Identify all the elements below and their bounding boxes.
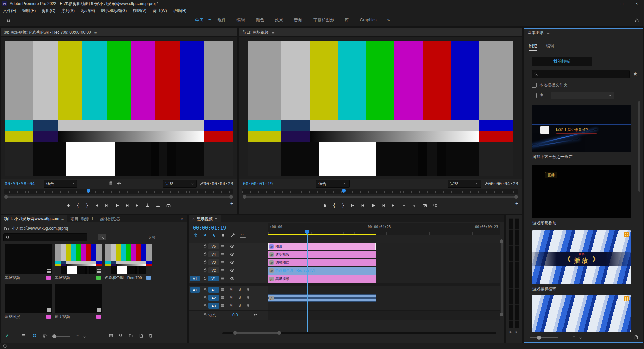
comparison-view-icon[interactable] [433,203,438,208]
goto-out-icon[interactable] [135,203,140,208]
source-quality-select[interactable]: 完整 [163,180,197,188]
timeline-timecode[interactable]: 00:00:01:19 [193,225,226,231]
minimize-button[interactable]: – [600,0,614,7]
menu-graphics[interactable]: 图形和标题(G) [98,8,130,14]
lift-icon[interactable] [401,203,406,208]
step-back-icon[interactable] [361,203,365,208]
template-thumb-partial[interactable] [532,295,631,332]
project-item[interactable]: 透明视频 [55,284,102,319]
mix-value[interactable]: 0.0 [232,313,238,317]
track-header-a2[interactable]: A2 M S [189,294,268,303]
thumbnail-zoom-slider[interactable] [52,336,70,337]
lock-icon[interactable] [203,303,207,308]
keyframe-bowtie-icon[interactable] [253,312,258,317]
timeline-hscrollbar-thumb[interactable] [235,332,280,334]
scroll-knob[interactable] [277,331,281,335]
clip-adjustment-layer[interactable]: fx 调整图层 [268,259,376,266]
menu-file[interactable]: 文件(F) [0,8,19,14]
solo-button[interactable]: S [237,287,243,291]
panel-menu-icon[interactable]: ≡ [94,30,97,35]
zoom-handle-right[interactable] [229,195,233,199]
lock-icon[interactable] [203,287,207,292]
mute-button[interactable]: M [228,303,234,307]
workspace-tab-captions[interactable]: 字幕和图形 [309,16,338,24]
lock-icon[interactable] [203,244,207,248]
timeline-playhead-line[interactable] [307,234,308,332]
program-timecode[interactable]: 00:00:01:19 [243,181,273,186]
sync-lock-icon[interactable] [220,260,225,264]
panel-menu-icon[interactable]: ≡ [215,217,217,222]
lock-icon[interactable] [203,260,207,264]
breadcrumb[interactable]: 小刀娱乐网www.x6g.com.prproj [1,225,187,232]
source-patch-a1[interactable]: A1 [190,287,200,293]
sync-lock-icon[interactable] [220,303,225,308]
tab-media-browser[interactable]: 媒体浏览器 [97,215,123,222]
menu-clip[interactable]: 剪辑(C) [39,8,58,14]
workspace-tab-editing[interactable]: 编辑 [233,16,249,24]
writable-pencil-icon[interactable] [5,333,9,338]
tab-edit[interactable]: 编辑 [546,43,554,51]
menu-sequence[interactable]: 序列(S) [58,8,78,14]
track-lane[interactable] [268,302,500,311]
template-thumb-logo-loop[interactable]: ❮ 联赛 播放 ❯ [532,230,631,284]
meter-solo-left[interactable]: S [509,330,512,333]
goto-in-icon[interactable] [94,203,99,208]
project-item[interactable]: 色条和色调 - Rec 709 [105,244,152,280]
slider-knob[interactable] [537,336,541,340]
zoom-handle-left[interactable] [4,195,8,199]
library-select[interactable] [551,92,614,99]
project-item[interactable]: 黑场视频 [5,244,52,280]
sync-lock-icon[interactable] [220,287,225,292]
project-thumb-adjustment-layer[interactable] [5,284,52,313]
project-thumb-colorbars[interactable] [105,244,152,274]
project-search-input[interactable] [12,235,85,240]
zoom-handle-left[interactable] [243,195,246,199]
linked-selection-icon[interactable] [212,233,216,238]
step-back-icon[interactable] [104,203,109,208]
project-thumb-transparent-video[interactable] [55,284,102,313]
label-color-swatch[interactable] [96,315,101,319]
checkbox-local-templates[interactable] [532,83,537,88]
clip-transparent-video[interactable]: fx 透明视频 [268,251,376,258]
scroll-knob[interactable] [233,331,237,335]
label-color-swatch[interactable] [146,276,151,280]
extract-icon[interactable] [412,203,417,208]
scroll-knob[interactable] [500,313,503,316]
track-name[interactable]: V2 [208,267,219,273]
eg-list-scrollbar[interactable] [638,101,640,192]
close-button[interactable]: × [629,0,644,7]
goto-out-icon[interactable] [391,203,396,208]
sync-lock-icon[interactable] [220,268,225,272]
tab-project-anime[interactable]: 项目: 动漫_1 [67,215,97,222]
project-item[interactable]: 黑场视频 [55,244,102,280]
menu-window[interactable]: 窗口(W) [149,8,170,14]
tab-browse[interactable]: 浏览 [529,43,537,51]
label-color-swatch[interactable] [96,276,101,280]
workspace-tab-color[interactable]: 颜色 [252,16,268,24]
track-name[interactable]: V3 [208,259,219,265]
source-frame-view-icon[interactable] [109,181,113,185]
icon-view-icon[interactable] [32,333,37,338]
nest-toggle-icon[interactable] [193,233,198,238]
panel-menu-icon[interactable]: ≡ [547,30,550,35]
project-item[interactable]: 调整图层 [5,284,52,319]
checkbox-library[interactable] [532,93,537,98]
program-zoom-scrollbar[interactable] [243,196,518,198]
sync-lock-icon[interactable] [220,295,225,300]
sync-lock-icon[interactable] [220,244,225,248]
menu-markers[interactable]: 标记(M) [78,8,98,14]
maximize-button[interactable]: □ [614,0,629,7]
mic-icon[interactable] [246,303,250,308]
track-lane[interactable] [268,286,500,295]
sort-chevron-icon[interactable] [579,336,582,340]
source-waveform-icon[interactable] [117,181,122,186]
lock-icon[interactable] [203,276,207,280]
lock-icon[interactable] [203,295,207,300]
step-forward-icon[interactable] [125,203,129,208]
source-patch-v1[interactable]: V1 [190,276,200,281]
tab-project-main[interactable]: 项目: 小刀娱乐网www.x6g.com ≡ [1,215,67,222]
lock-icon[interactable] [203,268,207,272]
track-header-v3[interactable]: V3 [189,259,268,267]
track-name[interactable]: V5 [208,243,219,249]
panel-overflow-icon[interactable]: » [177,215,187,222]
